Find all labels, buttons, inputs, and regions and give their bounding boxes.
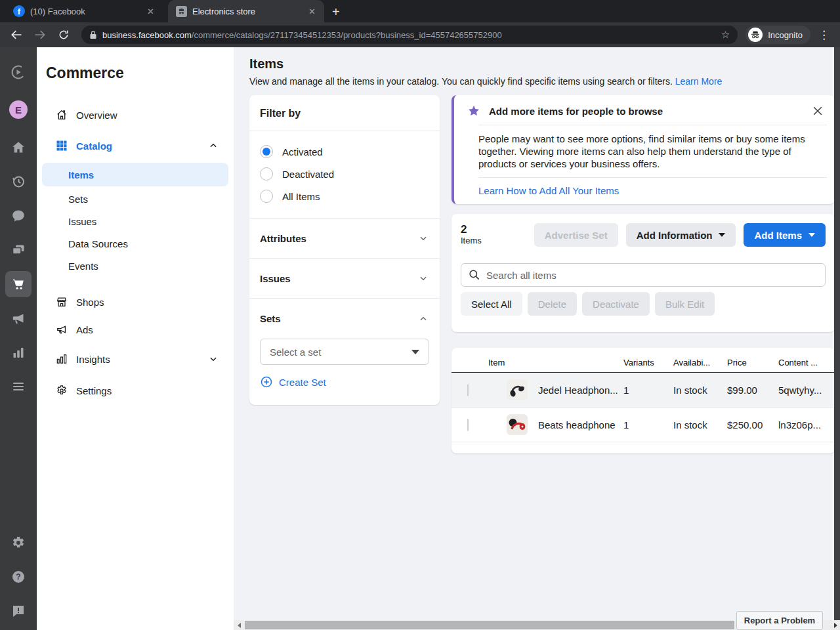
banner-body: People may want to see more options, fin… — [478, 133, 820, 170]
home-icon[interactable] — [10, 140, 26, 156]
radio-icon[interactable] — [260, 190, 273, 203]
report-problem-button[interactable]: Report a Problem — [736, 611, 823, 630]
bookmark-star-icon[interactable]: ☆ — [721, 29, 730, 41]
advertise-set-button[interactable]: Advertise Set — [534, 223, 618, 247]
deactivate-button[interactable]: Deactivate — [582, 292, 650, 316]
section-label: Sets — [260, 313, 281, 324]
tab-electronics-store[interactable]: Electronics store ✕ — [168, 0, 324, 22]
product-name[interactable]: Beats headphone — [538, 419, 623, 430]
chevron-down-icon — [209, 354, 218, 364]
help-icon[interactable]: ? — [10, 569, 26, 585]
col-availability: Availabi... — [673, 358, 727, 368]
col-variants: Variants — [623, 358, 673, 368]
radio-label: Deactivated — [282, 169, 334, 180]
menu-icon[interactable] — [10, 379, 26, 394]
url-bar[interactable]: business.facebook.com/commerce/catalogs/… — [81, 26, 738, 44]
cell-availability: In stock — [673, 385, 727, 396]
facebook-icon: f — [13, 5, 25, 17]
sidebar-item-ads[interactable]: Ads — [37, 316, 234, 343]
messages-icon[interactable] — [10, 208, 26, 224]
table-row[interactable]: Beats headphone 1 In stock $250.00 ln3z0… — [452, 408, 835, 442]
promo-banner: Add more items for people to browse Peop… — [452, 95, 835, 204]
row-checkbox[interactable] — [467, 419, 469, 431]
row-checkbox[interactable] — [467, 384, 469, 396]
caret-down-icon — [808, 233, 815, 237]
close-icon[interactable]: ✕ — [145, 7, 156, 16]
radio-icon[interactable] — [260, 167, 273, 180]
caret-down-icon — [719, 233, 725, 237]
learn-more-link[interactable]: Learn More — [675, 76, 723, 87]
feedback-icon[interactable] — [10, 603, 26, 619]
set-select-dropdown[interactable]: Select a set — [260, 339, 429, 365]
sidebar-item-events[interactable]: Events — [37, 255, 234, 277]
avatar[interactable]: E — [9, 100, 28, 119]
url-path: /commerce/catalogs/271173454512353/produ… — [192, 30, 502, 40]
insights-bars-outline-icon — [55, 352, 68, 366]
sidebar-item-label: Overview — [76, 110, 234, 121]
vertical-scrollbar[interactable] — [834, 47, 840, 620]
sidebar-item-settings[interactable]: Settings — [37, 375, 234, 406]
bulk-edit-button[interactable]: Bulk Edit — [655, 292, 715, 316]
banner-learn-link[interactable]: Learn How to Add All Your Items — [478, 185, 619, 196]
cell-availability: In stock — [673, 419, 727, 430]
url-text: business.facebook.com/commerce/catalogs/… — [102, 30, 716, 40]
storefront-outline-icon — [55, 295, 68, 308]
close-icon[interactable]: ✕ — [306, 7, 318, 16]
insights-chart-icon[interactable] — [10, 345, 26, 360]
incognito-label: Incognito — [768, 30, 803, 40]
pages-icon[interactable] — [10, 242, 26, 258]
sidebar-item-overview[interactable]: Overview — [37, 100, 234, 130]
sidebar-item-label: Shops — [76, 297, 234, 308]
settings-gear-icon[interactable] — [10, 535, 26, 551]
scroll-left-arrow-icon[interactable] — [238, 623, 241, 628]
reload-icon[interactable] — [54, 25, 74, 45]
home-outline-icon — [55, 108, 68, 121]
back-icon[interactable] — [7, 25, 26, 45]
sidebar-item-label: Items — [68, 169, 228, 180]
sidebar-item-catalog[interactable]: Catalog — [37, 130, 234, 161]
filter-radio-group: Activated Deactivated All Items — [249, 131, 440, 219]
activity-history-icon[interactable] — [10, 174, 26, 190]
meta-business-logo[interactable] — [10, 64, 26, 80]
sidebar-item-shops[interactable]: Shops — [37, 288, 234, 316]
search-input[interactable] — [461, 263, 826, 287]
filter-section-issues[interactable]: Issues — [249, 259, 440, 299]
sidebar-item-insights[interactable]: Insights — [37, 343, 234, 375]
select-all-button[interactable]: Select All — [461, 292, 522, 316]
table-row[interactable]: Jedel Headphon... 1 In stock $99.00 5qwt… — [452, 373, 835, 408]
radio-activated[interactable]: Activated — [260, 140, 429, 163]
sidebar-item-items[interactable]: Items — [42, 163, 228, 186]
storefront-icon — [176, 6, 187, 17]
delete-button[interactable]: Delete — [528, 292, 577, 316]
commerce-cart-icon[interactable] — [5, 271, 32, 297]
scroll-right-arrow-icon[interactable] — [834, 623, 837, 628]
forward-icon[interactable] — [30, 25, 50, 45]
filter-section-attributes[interactable]: Attributes — [249, 219, 440, 259]
tab-facebook[interactable]: f (10) Facebook ✕ — [5, 0, 163, 22]
close-icon[interactable] — [811, 104, 824, 117]
new-tab-button[interactable]: + — [324, 5, 346, 22]
add-information-button[interactable]: Add Information — [626, 223, 736, 247]
create-set-button[interactable]: Create Set — [260, 375, 429, 388]
kebab-menu-icon[interactable]: ⋮ — [814, 28, 833, 42]
page-description: View and manage all the items in your ca… — [249, 76, 722, 87]
app-rail: E ? — [0, 47, 37, 630]
cell-variants: 1 — [623, 419, 673, 430]
svg-text:?: ? — [16, 572, 20, 581]
add-items-button[interactable]: Add Items — [744, 223, 826, 247]
items-toolbar: 2 Items Advertise Set Add Information Ad… — [452, 214, 835, 332]
horizontal-scrollbar-thumb[interactable] — [245, 621, 734, 629]
product-name[interactable]: Jedel Headphon... — [538, 385, 623, 396]
sidebar-item-data-sources[interactable]: Data Sources — [37, 232, 234, 255]
radio-label: All Items — [282, 191, 320, 202]
radio-selected-icon[interactable] — [260, 145, 273, 158]
cell-price: $99.00 — [727, 385, 778, 396]
chevron-down-icon — [419, 274, 428, 283]
sidebar-item-issues[interactable]: Issues — [37, 210, 234, 232]
filter-section-sets[interactable]: Sets — [249, 299, 440, 339]
sidebar-item-label: Data Sources — [68, 238, 234, 249]
radio-all-items[interactable]: All Items — [260, 185, 429, 207]
sidebar-item-sets[interactable]: Sets — [37, 188, 234, 210]
radio-deactivated[interactable]: Deactivated — [260, 163, 429, 185]
ads-megaphone-icon[interactable] — [10, 310, 26, 326]
